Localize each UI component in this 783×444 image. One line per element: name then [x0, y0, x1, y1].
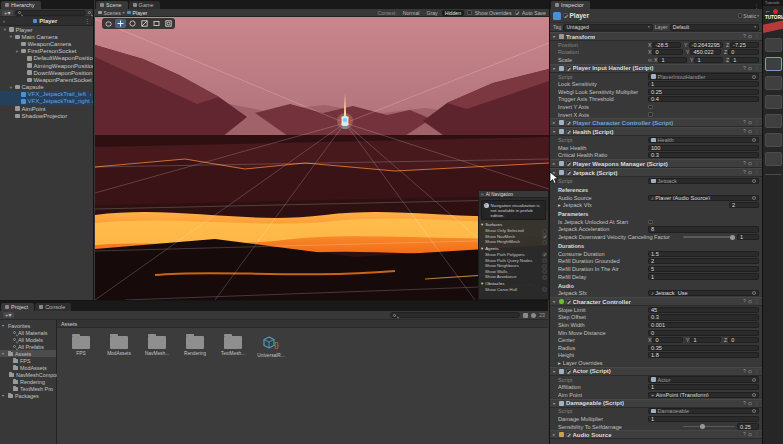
object-picker-icon[interactable] — [752, 138, 756, 142]
tree-row[interactable]: DownWeaponPosition — [0, 69, 93, 76]
inspector-kebab-icon[interactable]: ⋮ — [754, 3, 762, 9]
tab-game[interactable]: Game — [129, 1, 160, 9]
preset-icon[interactable]: ⛭ — [748, 299, 752, 304]
kebab-menu-icon[interactable]: ⋮ — [754, 299, 759, 304]
kebab-menu-icon[interactable]: ⋮ — [754, 170, 759, 175]
foldout-icon[interactable]: ▾ — [3, 27, 7, 32]
breadcrumb-current[interactable]: Player — [133, 10, 148, 16]
property-value-field[interactable]: 1.5 — [648, 251, 759, 257]
hierarchy-search-input[interactable] — [15, 10, 86, 16]
tree-row[interactable]: VFX_JetpackTrail_right› — [0, 98, 93, 105]
foldout-icon[interactable]: ▾ — [553, 401, 557, 406]
foldout-icon[interactable]: ▾ — [553, 369, 557, 374]
preset-icon[interactable]: ⛭ — [748, 369, 752, 374]
property-value-field[interactable]: 1.8 — [648, 352, 759, 358]
kebab-menu-icon[interactable]: ⋮ — [754, 161, 759, 166]
foldout-icon[interactable]: ▾ — [481, 246, 483, 251]
tag-dropdown[interactable]: Untagged▾ — [563, 24, 652, 31]
object-picker-icon[interactable] — [752, 179, 756, 183]
foldout-icon[interactable]: ▸ — [553, 432, 557, 437]
property-value-field[interactable]: 1 — [648, 273, 759, 279]
nav-section-header[interactable]: ▾Agents — [481, 246, 546, 251]
slider-value-field[interactable]: 1 — [737, 234, 759, 240]
preset-icon[interactable]: ⛭ — [748, 34, 752, 39]
property-value-field[interactable]: 8 — [648, 226, 759, 232]
tree-row[interactable]: WeaponCamera — [0, 40, 93, 47]
kebab-menu-icon[interactable]: ⋮ — [85, 18, 90, 24]
object-reference-field[interactable]: ♪Player (Audio Source) — [648, 195, 759, 201]
slider-value-field[interactable]: 0.25 — [737, 423, 759, 429]
foldout-icon[interactable]: ▸ — [558, 202, 561, 208]
axis-value-field[interactable]: 0 — [652, 49, 683, 55]
tab-inspector[interactable]: Inspector — [551, 1, 590, 9]
help-icon[interactable]: ? — [743, 432, 746, 437]
property-value-field[interactable]: 0.001 — [648, 322, 759, 328]
tutorial-card[interactable] — [765, 38, 782, 52]
foldout-icon[interactable]: ▾ — [9, 85, 13, 90]
kebab-menu-icon[interactable]: ⋮ — [754, 66, 759, 71]
property-value-field[interactable]: 100 — [648, 145, 759, 151]
view-tool-button[interactable] — [103, 19, 114, 28]
object-picker-icon[interactable] — [752, 378, 756, 382]
foldout-icon[interactable]: ▾ — [481, 281, 483, 286]
object-picker-icon[interactable] — [752, 75, 756, 79]
nav-option-checkbox[interactable] — [542, 288, 546, 292]
property-checkbox[interactable] — [648, 220, 653, 225]
preset-icon[interactable]: ⛭ — [748, 432, 752, 437]
tree-row[interactable]: VFX_JetpackTrail_left› — [0, 91, 93, 98]
property-value-field[interactable]: 0 — [648, 330, 759, 336]
axis-value-field[interactable]: -7.25 — [730, 42, 759, 48]
kebab-menu-icon[interactable]: ⋮ — [754, 432, 759, 437]
property-value-field[interactable]: 1 — [648, 384, 759, 390]
axis-value-field[interactable]: 1 — [690, 337, 721, 343]
help-icon[interactable]: ? — [743, 401, 746, 406]
foldout-icon[interactable]: ▸ — [558, 360, 561, 366]
component-header[interactable]: ▾Jetpack (Script)?⛭⋮ — [550, 168, 762, 177]
tutorial-card[interactable] — [765, 133, 782, 147]
gameobject-name-field[interactable]: Player — [570, 12, 736, 19]
foldout-icon[interactable]: ▾ — [2, 393, 6, 398]
breadcrumb-root[interactable]: Scenes — [104, 10, 121, 16]
tab-project[interactable]: Project — [1, 303, 34, 311]
static-checkbox[interactable] — [738, 13, 743, 18]
project-sidebar-item[interactable]: All Materials — [0, 329, 56, 336]
foldout-icon[interactable]: ▾ — [2, 323, 6, 328]
asset-item[interactable]: FPS — [67, 336, 95, 358]
project-sidebar-item[interactable]: Rendering — [0, 378, 56, 385]
property-value-field[interactable]: 0.35 — [648, 345, 759, 351]
property-slider[interactable] — [683, 426, 735, 427]
rotate-tool-button[interactable] — [127, 19, 138, 28]
kebab-menu-icon[interactable]: ⋮ — [754, 401, 759, 406]
package-visibility-icon[interactable] — [523, 313, 528, 318]
property-value-field[interactable]: 0.3 — [648, 152, 759, 158]
nav-option-row[interactable]: Show HeightMesh — [481, 239, 546, 245]
asset-item[interactable]: Rendering — [181, 336, 209, 358]
kebab-menu-icon[interactable]: ⋮ — [754, 369, 759, 374]
asset-item[interactable]: TextMesh... — [219, 336, 247, 358]
tree-row[interactable]: WeaponParentSocket — [0, 76, 93, 83]
component-enabled-checkbox[interactable] — [566, 161, 571, 166]
object-reference-field[interactable]: ♪Jetpack_Use — [648, 290, 759, 296]
asset-item[interactable]: {}UniversalR... — [257, 336, 285, 358]
axis-value-field[interactable]: -28.5 — [652, 42, 681, 48]
axis-value-field[interactable]: 1 — [658, 57, 687, 63]
object-picker-icon[interactable] — [752, 291, 756, 295]
object-picker-icon[interactable] — [752, 393, 756, 397]
component-header[interactable]: ▾Transform?⛭⋮ — [550, 32, 762, 41]
help-icon[interactable]: ? — [743, 120, 746, 125]
component-header[interactable]: ▸Audio Source?⛭⋮ — [550, 430, 762, 439]
context-option-normal[interactable]: Normal — [400, 10, 423, 16]
project-sidebar-item[interactable]: ModAssets — [0, 364, 56, 371]
nav-section-header[interactable]: ▾Obstacles — [481, 281, 546, 286]
context-option-gray[interactable]: Gray — [423, 10, 440, 16]
nav-option-checkbox[interactable] — [542, 253, 546, 257]
foldout-icon[interactable]: ▾ — [481, 222, 483, 227]
preset-icon[interactable]: ⛭ — [748, 66, 752, 71]
scale-tool-button[interactable] — [139, 19, 150, 28]
open-prefab-arrow-icon[interactable]: › — [90, 92, 94, 97]
axis-value-field[interactable]: -0.2643295 — [689, 42, 723, 48]
property-value-field[interactable]: 1 — [648, 416, 759, 422]
ai-navigation-overlay-titlebar[interactable]: ≡ AI Navigation — [479, 191, 548, 198]
component-enabled-checkbox[interactable] — [566, 369, 571, 374]
tree-row[interactable]: AimingWeaponPosition — [0, 62, 93, 69]
